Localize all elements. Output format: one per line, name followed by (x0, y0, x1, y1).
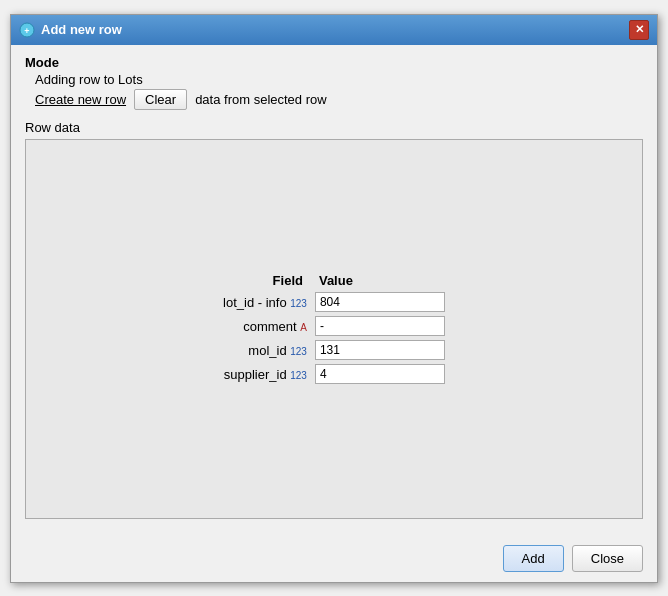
mode-label: Mode (25, 55, 643, 70)
title-bar-close-button[interactable]: ✕ (629, 20, 649, 40)
field-name-text: supplier_id (224, 367, 291, 382)
row-data-inner: Field Value lot_id - info 123comment Amo… (219, 271, 449, 386)
field-table: Field Value lot_id - info 123comment Amo… (219, 271, 449, 386)
field-value-input[interactable] (315, 364, 445, 384)
field-name-text: lot_id - info (223, 295, 290, 310)
mode-row2: Create new row Clear data from selected … (25, 89, 643, 110)
field-value-input[interactable] (315, 316, 445, 336)
field-type-icon: 123 (290, 370, 307, 381)
clear-button[interactable]: Clear (134, 89, 187, 110)
mode-row1-text: Adding row to Lots (25, 72, 643, 87)
dialog-icon: + (19, 22, 35, 38)
title-bar-left: + Add new row (19, 22, 122, 38)
row-data-section: Row data Field Value lot_id - info 123co… (25, 120, 643, 519)
field-name-text: mol_id (248, 343, 290, 358)
title-bar: + Add new row ✕ (11, 15, 657, 45)
col-header-field: Field (219, 271, 311, 290)
field-name-cell: lot_id - info 123 (219, 290, 311, 314)
field-name-cell: supplier_id 123 (219, 362, 311, 386)
field-value-cell (311, 314, 449, 338)
field-name-text: comment (243, 319, 300, 334)
table-row: supplier_id 123 (219, 362, 449, 386)
field-type-icon: 123 (290, 298, 307, 309)
row-data-box: Field Value lot_id - info 123comment Amo… (25, 139, 643, 519)
close-button[interactable]: Close (572, 545, 643, 572)
col-header-value: Value (311, 271, 449, 290)
field-name-cell: mol_id 123 (219, 338, 311, 362)
field-value-input[interactable] (315, 292, 445, 312)
table-row: mol_id 123 (219, 338, 449, 362)
field-value-cell (311, 338, 449, 362)
add-new-row-dialog: + Add new row ✕ Mode Adding row to Lots … (10, 14, 658, 583)
table-row: comment A (219, 314, 449, 338)
field-type-icon: 123 (290, 346, 307, 357)
dialog-body: Mode Adding row to Lots Create new row C… (11, 45, 657, 539)
add-button[interactable]: Add (503, 545, 564, 572)
svg-text:+: + (24, 26, 29, 36)
mode-section: Mode Adding row to Lots Create new row C… (25, 55, 643, 110)
row-data-label: Row data (25, 120, 643, 135)
field-name-cell: comment A (219, 314, 311, 338)
field-value-cell (311, 362, 449, 386)
field-value-input[interactable] (315, 340, 445, 360)
table-row: lot_id - info 123 (219, 290, 449, 314)
field-type-icon: A (300, 322, 307, 333)
field-value-cell (311, 290, 449, 314)
dialog-title: Add new row (41, 22, 122, 37)
dialog-footer: Add Close (11, 539, 657, 582)
after-clear-text: data from selected row (195, 92, 327, 107)
create-new-row-label: Create new row (35, 92, 126, 107)
